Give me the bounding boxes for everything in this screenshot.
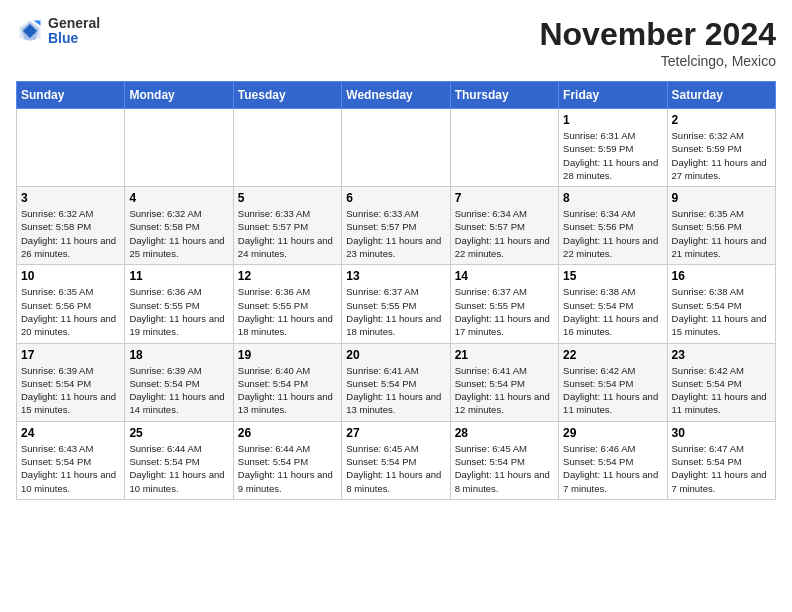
day-number: 28 — [455, 426, 554, 440]
day-number: 2 — [672, 113, 771, 127]
day-info: Sunrise: 6:34 AM Sunset: 5:57 PM Dayligh… — [455, 207, 554, 260]
calendar-cell: 11Sunrise: 6:36 AM Sunset: 5:55 PM Dayli… — [125, 265, 233, 343]
calendar-cell — [125, 109, 233, 187]
location: Tetelcingo, Mexico — [539, 53, 776, 69]
calendar-cell: 28Sunrise: 6:45 AM Sunset: 5:54 PM Dayli… — [450, 421, 558, 499]
weekday-header: Tuesday — [233, 82, 341, 109]
day-number: 29 — [563, 426, 662, 440]
day-info: Sunrise: 6:46 AM Sunset: 5:54 PM Dayligh… — [563, 442, 662, 495]
calendar-cell — [17, 109, 125, 187]
day-number: 8 — [563, 191, 662, 205]
day-info: Sunrise: 6:35 AM Sunset: 5:56 PM Dayligh… — [672, 207, 771, 260]
day-number: 24 — [21, 426, 120, 440]
calendar-cell: 6Sunrise: 6:33 AM Sunset: 5:57 PM Daylig… — [342, 187, 450, 265]
day-info: Sunrise: 6:34 AM Sunset: 5:56 PM Dayligh… — [563, 207, 662, 260]
calendar-cell: 25Sunrise: 6:44 AM Sunset: 5:54 PM Dayli… — [125, 421, 233, 499]
day-info: Sunrise: 6:45 AM Sunset: 5:54 PM Dayligh… — [455, 442, 554, 495]
weekday-header: Friday — [559, 82, 667, 109]
calendar-cell — [233, 109, 341, 187]
day-number: 23 — [672, 348, 771, 362]
logo-general: General — [48, 16, 100, 31]
day-number: 7 — [455, 191, 554, 205]
day-number: 1 — [563, 113, 662, 127]
day-info: Sunrise: 6:32 AM Sunset: 5:59 PM Dayligh… — [672, 129, 771, 182]
weekday-header: Monday — [125, 82, 233, 109]
weekday-header: Saturday — [667, 82, 775, 109]
day-number: 20 — [346, 348, 445, 362]
calendar-cell: 4Sunrise: 6:32 AM Sunset: 5:58 PM Daylig… — [125, 187, 233, 265]
calendar-cell: 8Sunrise: 6:34 AM Sunset: 5:56 PM Daylig… — [559, 187, 667, 265]
calendar-cell: 20Sunrise: 6:41 AM Sunset: 5:54 PM Dayli… — [342, 343, 450, 421]
calendar-cell: 15Sunrise: 6:38 AM Sunset: 5:54 PM Dayli… — [559, 265, 667, 343]
calendar-cell: 17Sunrise: 6:39 AM Sunset: 5:54 PM Dayli… — [17, 343, 125, 421]
day-info: Sunrise: 6:32 AM Sunset: 5:58 PM Dayligh… — [129, 207, 228, 260]
day-number: 18 — [129, 348, 228, 362]
calendar-body: 1Sunrise: 6:31 AM Sunset: 5:59 PM Daylig… — [17, 109, 776, 500]
calendar-cell: 23Sunrise: 6:42 AM Sunset: 5:54 PM Dayli… — [667, 343, 775, 421]
day-number: 4 — [129, 191, 228, 205]
title-block: November 2024 Tetelcingo, Mexico — [539, 16, 776, 69]
calendar-cell: 12Sunrise: 6:36 AM Sunset: 5:55 PM Dayli… — [233, 265, 341, 343]
logo-blue: Blue — [48, 31, 100, 46]
month-title: November 2024 — [539, 16, 776, 53]
calendar-cell: 9Sunrise: 6:35 AM Sunset: 5:56 PM Daylig… — [667, 187, 775, 265]
logo: General Blue — [16, 16, 100, 47]
calendar-cell: 7Sunrise: 6:34 AM Sunset: 5:57 PM Daylig… — [450, 187, 558, 265]
calendar-cell: 3Sunrise: 6:32 AM Sunset: 5:58 PM Daylig… — [17, 187, 125, 265]
day-info: Sunrise: 6:35 AM Sunset: 5:56 PM Dayligh… — [21, 285, 120, 338]
day-info: Sunrise: 6:36 AM Sunset: 5:55 PM Dayligh… — [129, 285, 228, 338]
logo-text: General Blue — [48, 16, 100, 47]
day-info: Sunrise: 6:41 AM Sunset: 5:54 PM Dayligh… — [346, 364, 445, 417]
weekday-header: Thursday — [450, 82, 558, 109]
calendar-week-row: 3Sunrise: 6:32 AM Sunset: 5:58 PM Daylig… — [17, 187, 776, 265]
calendar-cell: 27Sunrise: 6:45 AM Sunset: 5:54 PM Dayli… — [342, 421, 450, 499]
day-info: Sunrise: 6:45 AM Sunset: 5:54 PM Dayligh… — [346, 442, 445, 495]
weekday-header-row: SundayMondayTuesdayWednesdayThursdayFrid… — [17, 82, 776, 109]
calendar-week-row: 1Sunrise: 6:31 AM Sunset: 5:59 PM Daylig… — [17, 109, 776, 187]
day-info: Sunrise: 6:38 AM Sunset: 5:54 PM Dayligh… — [672, 285, 771, 338]
day-number: 26 — [238, 426, 337, 440]
day-info: Sunrise: 6:33 AM Sunset: 5:57 PM Dayligh… — [346, 207, 445, 260]
calendar-cell: 16Sunrise: 6:38 AM Sunset: 5:54 PM Dayli… — [667, 265, 775, 343]
calendar-cell: 13Sunrise: 6:37 AM Sunset: 5:55 PM Dayli… — [342, 265, 450, 343]
day-number: 6 — [346, 191, 445, 205]
day-info: Sunrise: 6:31 AM Sunset: 5:59 PM Dayligh… — [563, 129, 662, 182]
day-number: 22 — [563, 348, 662, 362]
calendar-cell: 29Sunrise: 6:46 AM Sunset: 5:54 PM Dayli… — [559, 421, 667, 499]
calendar-cell: 1Sunrise: 6:31 AM Sunset: 5:59 PM Daylig… — [559, 109, 667, 187]
day-number: 16 — [672, 269, 771, 283]
day-info: Sunrise: 6:43 AM Sunset: 5:54 PM Dayligh… — [21, 442, 120, 495]
calendar-cell: 22Sunrise: 6:42 AM Sunset: 5:54 PM Dayli… — [559, 343, 667, 421]
day-number: 19 — [238, 348, 337, 362]
weekday-header: Wednesday — [342, 82, 450, 109]
calendar-week-row: 17Sunrise: 6:39 AM Sunset: 5:54 PM Dayli… — [17, 343, 776, 421]
weekday-header: Sunday — [17, 82, 125, 109]
day-info: Sunrise: 6:32 AM Sunset: 5:58 PM Dayligh… — [21, 207, 120, 260]
day-number: 21 — [455, 348, 554, 362]
day-number: 10 — [21, 269, 120, 283]
day-info: Sunrise: 6:38 AM Sunset: 5:54 PM Dayligh… — [563, 285, 662, 338]
day-number: 15 — [563, 269, 662, 283]
day-number: 12 — [238, 269, 337, 283]
calendar-cell: 30Sunrise: 6:47 AM Sunset: 5:54 PM Dayli… — [667, 421, 775, 499]
calendar-cell: 2Sunrise: 6:32 AM Sunset: 5:59 PM Daylig… — [667, 109, 775, 187]
day-number: 14 — [455, 269, 554, 283]
logo-icon — [16, 17, 44, 45]
page-header: General Blue November 2024 Tetelcingo, M… — [16, 16, 776, 69]
day-info: Sunrise: 6:39 AM Sunset: 5:54 PM Dayligh… — [129, 364, 228, 417]
calendar-cell: 18Sunrise: 6:39 AM Sunset: 5:54 PM Dayli… — [125, 343, 233, 421]
day-number: 9 — [672, 191, 771, 205]
calendar-cell: 21Sunrise: 6:41 AM Sunset: 5:54 PM Dayli… — [450, 343, 558, 421]
day-number: 11 — [129, 269, 228, 283]
day-info: Sunrise: 6:42 AM Sunset: 5:54 PM Dayligh… — [672, 364, 771, 417]
calendar-cell — [342, 109, 450, 187]
day-info: Sunrise: 6:37 AM Sunset: 5:55 PM Dayligh… — [455, 285, 554, 338]
calendar-week-row: 10Sunrise: 6:35 AM Sunset: 5:56 PM Dayli… — [17, 265, 776, 343]
day-info: Sunrise: 6:39 AM Sunset: 5:54 PM Dayligh… — [21, 364, 120, 417]
day-info: Sunrise: 6:36 AM Sunset: 5:55 PM Dayligh… — [238, 285, 337, 338]
day-info: Sunrise: 6:44 AM Sunset: 5:54 PM Dayligh… — [129, 442, 228, 495]
day-number: 17 — [21, 348, 120, 362]
day-number: 13 — [346, 269, 445, 283]
calendar-header: SundayMondayTuesdayWednesdayThursdayFrid… — [17, 82, 776, 109]
calendar-cell: 19Sunrise: 6:40 AM Sunset: 5:54 PM Dayli… — [233, 343, 341, 421]
